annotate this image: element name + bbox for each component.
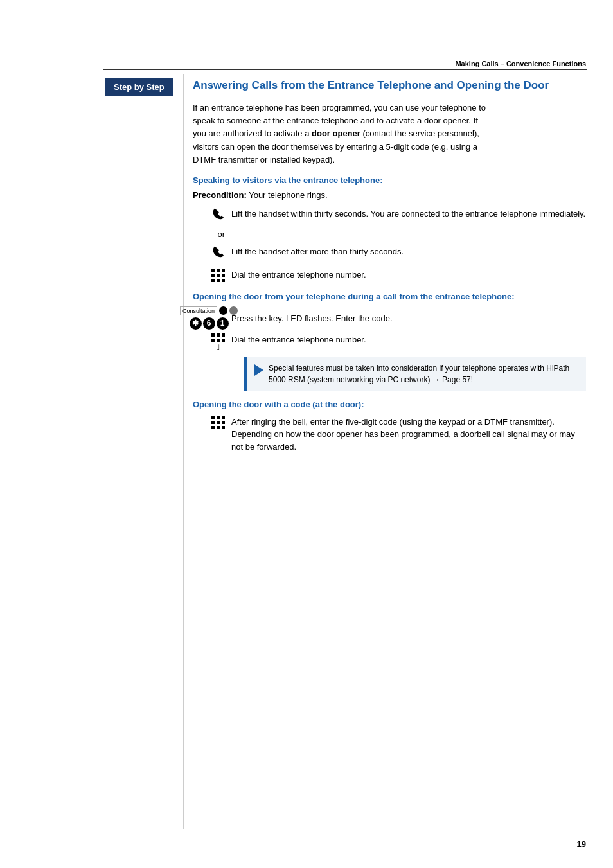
or-label: or xyxy=(193,229,231,239)
subsection3-title: Opening the door with a code (at the doo… xyxy=(193,400,586,409)
step6-text: After ringing the bell, enter the five-d… xyxy=(231,414,586,454)
consultation-label: Consultation xyxy=(180,306,217,315)
keypad-icon-2 xyxy=(211,333,225,342)
or-row: or xyxy=(193,229,586,239)
header-rule xyxy=(103,69,587,70)
step-row-2: Lift the handset after more than thirty … xyxy=(193,244,586,262)
handset-icon-1 xyxy=(211,208,225,222)
precondition-label: Precondition: xyxy=(193,190,247,200)
page-number: 19 xyxy=(577,839,586,849)
six-circle: 6 xyxy=(203,317,215,330)
keypad-icon-3 xyxy=(211,416,225,429)
step1-text: Lift the handset within thirty seconds. … xyxy=(231,206,586,220)
note-arrow-icon xyxy=(254,364,263,376)
step6-icon-container xyxy=(193,414,231,429)
intro-bold: door opener xyxy=(312,128,360,138)
step-row-6: After ringing the bell, enter the five-d… xyxy=(193,414,586,454)
info-box: Special features must be taken into cons… xyxy=(244,357,586,391)
section-title: Answering Calls from the Entrance Teleph… xyxy=(193,78,586,93)
intro-paragraph: If an entrance telephone has been progra… xyxy=(193,102,488,166)
note-text: Special features must be taken into cons… xyxy=(269,362,578,385)
step4-text: Press the key. LED flashes. Enter the co… xyxy=(231,311,586,325)
consultation-icon-area: Consultation ✱ 6 1 xyxy=(193,306,231,330)
music-note-icon: ♩ xyxy=(217,343,220,352)
step-by-step-container: Step by Step xyxy=(105,78,173,107)
step-row-3: Dial the entrance telephone number. xyxy=(193,267,586,285)
consultation-button-group: Consultation xyxy=(180,306,238,315)
step-row-1: Lift the handset within thirty seconds. … xyxy=(193,206,586,224)
step3-text: Dial the entrance telephone number. xyxy=(231,267,586,281)
led-dot-1 xyxy=(219,306,227,315)
star-code-row: ✱ 6 1 xyxy=(190,317,229,330)
subsection2-title: Opening the door from your telephone dur… xyxy=(193,292,586,301)
step3-icon-container xyxy=(193,267,231,282)
one-circle: 1 xyxy=(217,317,229,330)
step1-icon-container xyxy=(193,206,231,222)
precondition: Precondition: Your telephone rings. xyxy=(193,190,586,200)
star-circle: ✱ xyxy=(190,317,202,330)
step2-icon-container xyxy=(193,244,231,260)
precondition-text: Your telephone rings. xyxy=(249,190,327,200)
step2-text: Lift the handset after more than thirty … xyxy=(231,244,586,258)
right-content: Answering Calls from the Entrance Teleph… xyxy=(193,78,586,458)
page: Making Calls – Convenience Functions Ste… xyxy=(0,0,613,868)
step5-icon-container: ♩ xyxy=(193,332,231,352)
handset-icon-2 xyxy=(211,245,225,260)
step-by-step-label: Step by Step xyxy=(105,78,173,96)
consultation-row: Consultation ✱ 6 1 Press the key. LED fl… xyxy=(193,306,586,330)
sidebar-divider xyxy=(183,74,184,829)
step5-text: Dial the entrance telephone number. xyxy=(231,332,586,346)
step-row-5: ♩ Dial the entrance telephone number. xyxy=(193,332,586,352)
keypad-note-icon: ♩ xyxy=(211,333,225,352)
subsection1-title: Speaking to visitors via the entrance te… xyxy=(193,175,586,185)
header-title: Making Calls – Convenience Functions xyxy=(455,60,586,67)
keypad-icon-1 xyxy=(211,269,225,282)
